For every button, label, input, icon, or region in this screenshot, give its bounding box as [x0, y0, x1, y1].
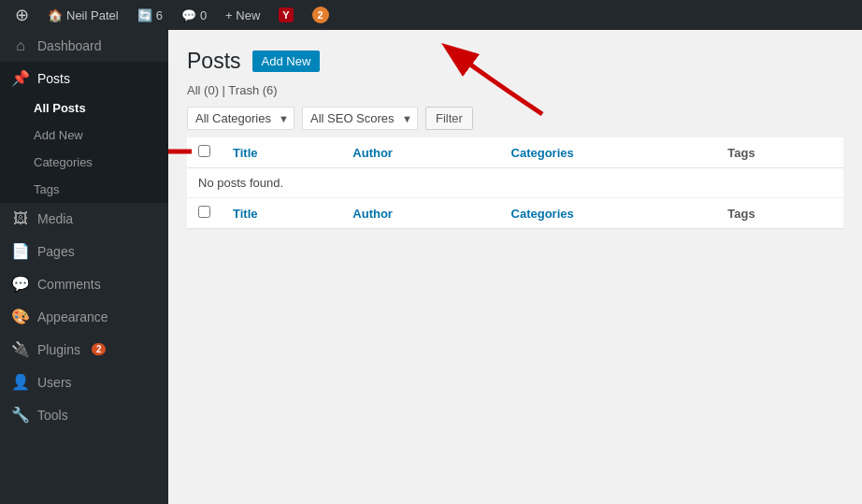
yoast-button[interactable]: Y — [271, 0, 300, 30]
page-title: Posts — [187, 49, 241, 74]
sidebar-subitem-all-posts[interactable]: All Posts — [0, 94, 168, 122]
new-label: + New — [225, 8, 260, 22]
add-new-button[interactable]: Add New — [252, 50, 321, 72]
tfoot-title[interactable]: Title — [222, 198, 341, 229]
new-content-button[interactable]: + New — [218, 0, 267, 30]
tfoot-tags: Tags — [716, 198, 843, 229]
notifications-button[interactable]: 2 — [305, 0, 337, 30]
tablenav-top: All Categories ▼ All SEO Scores ▼ Filter — [187, 107, 843, 130]
sidebar-item-label: Users — [37, 375, 72, 390]
th-tags: Tags — [716, 137, 843, 168]
sidebar-item-dashboard[interactable]: ⌂ Dashboard — [0, 30, 168, 62]
sidebar-item-label: Tools — [37, 408, 68, 423]
comments-button[interactable]: 💬 0 — [174, 0, 214, 30]
main-content: Posts Add New All (0) | Trash (6) — [168, 30, 862, 504]
site-name-button[interactable]: 🏠 Neil Patel — [40, 0, 126, 30]
home-icon: 🏠 — [48, 8, 63, 22]
tfoot-checkbox — [187, 198, 222, 229]
sidebar-item-users[interactable]: 👤 Users — [0, 366, 168, 398]
media-icon: 🖼 — [11, 210, 30, 227]
comment-icon: 💬 — [181, 8, 196, 22]
tools-icon: 🔧 — [11, 406, 30, 424]
categories-filter-wrap: All Categories ▼ — [187, 107, 295, 130]
sidebar-item-label: Dashboard — [37, 38, 102, 53]
sidebar-item-label: Comments — [37, 277, 101, 292]
sidebar: ⌂ Dashboard 📌 Posts All Posts Add New Ca… — [0, 30, 168, 504]
sidebar-item-plugins[interactable]: 🔌 Plugins 2 — [0, 333, 168, 366]
sidebar-item-tools[interactable]: 🔧 Tools — [0, 398, 168, 431]
seo-scores-select[interactable]: All SEO Scores — [302, 107, 418, 130]
add-new-label: Add New — [34, 128, 83, 142]
dashboard-icon: ⌂ — [11, 37, 30, 54]
select-all-checkbox[interactable] — [198, 145, 210, 157]
posts-icon: 📌 — [11, 69, 30, 87]
tfoot-categories[interactable]: Categories — [500, 198, 717, 229]
update-count: 6 — [156, 8, 163, 22]
comments-icon: 💬 — [11, 275, 30, 293]
table-footer-row: Title Author Categories Tags — [187, 198, 843, 229]
wp-logo-button[interactable]: ⊕ — [7, 0, 36, 30]
all-posts-label: All Posts — [34, 101, 86, 115]
sidebar-subitem-categories[interactable]: Categories — [0, 149, 168, 176]
select-all-checkbox-bottom[interactable] — [198, 206, 210, 218]
categories-select[interactable]: All Categories — [187, 107, 295, 130]
users-icon: 👤 — [11, 373, 30, 391]
page-header: Posts Add New — [187, 49, 843, 74]
table-header-row: Title Author Categories Tags — [187, 137, 843, 168]
appearance-icon: 🎨 — [11, 308, 30, 325]
all-posts-link[interactable]: All (0) — [187, 83, 223, 97]
sidebar-item-label: Media — [37, 211, 73, 226]
yoast-icon: Y — [279, 7, 293, 22]
tfoot-author[interactable]: Author — [341, 198, 499, 229]
sidebar-item-posts[interactable]: 📌 Posts — [0, 62, 168, 94]
th-categories[interactable]: Categories — [500, 137, 717, 168]
sidebar-item-label: Posts — [37, 71, 70, 86]
notification-badge: 2 — [312, 7, 329, 23]
sidebar-item-media[interactable]: 🖼 Media — [0, 203, 168, 235]
seo-scores-filter-wrap: All SEO Scores ▼ — [302, 107, 418, 130]
trash-link[interactable]: Trash (6) — [228, 83, 277, 97]
categories-label: Categories — [34, 155, 93, 169]
sidebar-item-label: Pages — [37, 244, 75, 259]
filter-button[interactable]: Filter — [425, 107, 473, 130]
updates-icon: 🔄 — [137, 8, 152, 22]
th-checkbox — [187, 137, 222, 168]
post-status-links: All (0) | Trash (6) — [187, 83, 843, 97]
posts-table: Title Author Categories Tags — [187, 137, 843, 229]
comment-count: 0 — [200, 8, 207, 22]
admin-bar: ⊕ 🏠 Neil Patel 🔄 6 💬 0 + New Y 2 — [0, 0, 862, 30]
sidebar-item-appearance[interactable]: 🎨 Appearance — [0, 300, 168, 333]
posts-submenu: All Posts Add New Categories Tags — [0, 94, 168, 203]
th-title[interactable]: Title — [222, 137, 341, 168]
site-name: Neil Patel — [66, 8, 119, 22]
plugins-badge: 2 — [92, 343, 107, 355]
sidebar-subitem-tags[interactable]: Tags — [0, 176, 168, 203]
sidebar-subitem-add-new[interactable]: Add New — [0, 122, 168, 149]
no-posts-row: No posts found. — [187, 168, 843, 198]
sidebar-item-pages[interactable]: 📄 Pages — [0, 235, 168, 267]
no-posts-message: No posts found. — [187, 168, 843, 198]
sidebar-item-label: Appearance — [37, 310, 108, 324]
sidebar-item-label: Plugins — [37, 342, 80, 357]
plugins-icon: 🔌 — [11, 340, 30, 358]
pages-icon: 📄 — [11, 242, 30, 260]
tags-label: Tags — [34, 182, 59, 196]
updates-button[interactable]: 🔄 6 — [130, 0, 170, 30]
wp-logo-icon: ⊕ — [15, 5, 29, 25]
th-author[interactable]: Author — [341, 137, 499, 168]
sidebar-item-comments[interactable]: 💬 Comments — [0, 267, 168, 300]
